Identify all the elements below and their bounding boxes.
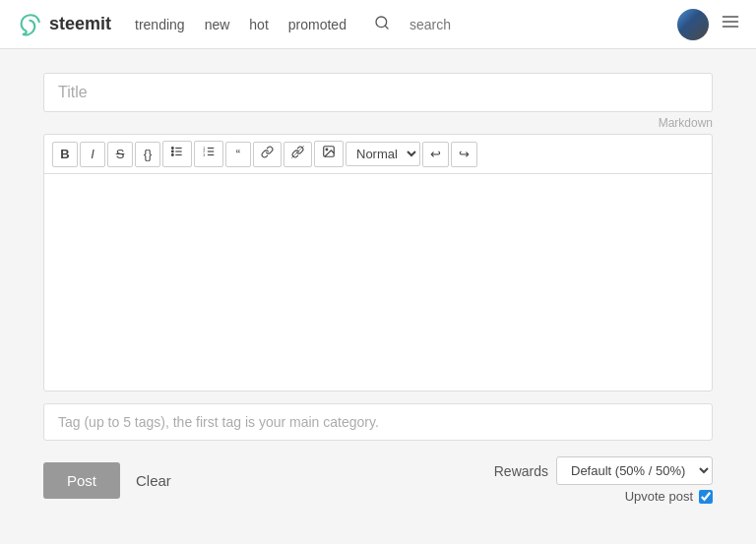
image-button[interactable] [314,141,344,167]
main-content: Markdown B I S {} 123 “ [4,49,752,527]
upvote-row: Upvote post [625,489,713,504]
nav-trending[interactable]: trending [135,17,185,32]
brand-name: steemit [49,14,111,34]
ordered-list-button[interactable]: 123 [194,141,223,167]
editor-body[interactable] [44,174,712,391]
unordered-list-button[interactable] [162,141,192,167]
toolbar: B I S {} 123 “ Normal H1 H2 [44,135,712,174]
editor-container: B I S {} 123 “ Normal H1 H2 [43,134,713,392]
quote-button[interactable]: “ [225,142,251,167]
svg-point-9 [171,151,173,152]
italic-button[interactable]: I [80,142,105,167]
nav-links: trending new hot promoted [135,15,508,34]
nav-new[interactable]: new [205,17,230,32]
navbar-right [677,9,740,40]
title-input[interactable] [43,73,713,112]
rewards-select[interactable]: Default (50% / 50%) Power Up 100% Declin… [556,456,713,485]
navbar: steemit trending new hot promoted [0,0,756,49]
upvote-label: Upvote post [625,489,693,504]
heading-select[interactable]: Normal H1 H2 H3 H4 [346,142,420,166]
hamburger-icon[interactable] [721,12,740,36]
clear-button[interactable]: Clear [136,472,171,489]
bottom-bar: Post Clear Rewards Default (50% / 50%) P… [43,456,713,504]
rewards-label: Rewards [494,463,548,479]
link-button[interactable] [253,142,282,167]
svg-point-8 [171,148,173,150]
undo-button[interactable]: ↩ [422,142,449,167]
search-input[interactable] [410,17,508,32]
steemit-logo-icon [16,11,43,38]
tag-input[interactable] [43,403,713,441]
svg-point-19 [326,149,328,151]
code-button[interactable]: {} [135,142,160,167]
search-icon[interactable] [374,15,390,34]
post-button[interactable]: Post [43,462,120,499]
redo-button[interactable]: ↪ [451,142,477,167]
image-link-button[interactable] [284,142,312,167]
nav-promoted[interactable]: promoted [288,17,346,32]
avatar[interactable] [677,9,709,40]
markdown-label: Markdown [43,116,713,130]
rewards-row: Rewards Default (50% / 50%) Power Up 100… [494,456,713,485]
rewards-section: Rewards Default (50% / 50%) Power Up 100… [494,456,713,504]
upvote-checkbox[interactable] [699,490,713,504]
svg-point-10 [171,154,173,156]
bold-button[interactable]: B [52,142,78,167]
brand[interactable]: steemit [16,11,111,38]
svg-line-1 [385,26,388,29]
nav-hot[interactable]: hot [249,17,268,32]
svg-text:3: 3 [203,153,205,157]
strikethrough-button[interactable]: S [107,142,133,167]
